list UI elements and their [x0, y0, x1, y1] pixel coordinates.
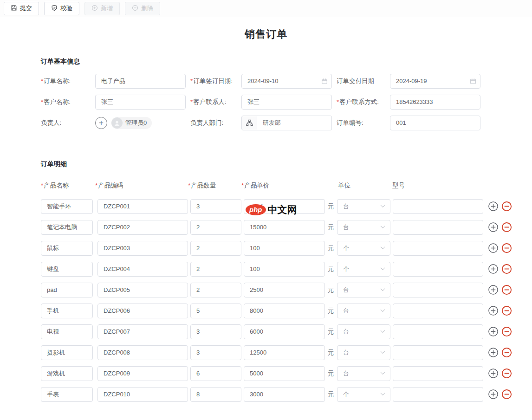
product-qty-input[interactable] — [190, 199, 241, 214]
unit-select[interactable]: 台 — [337, 324, 390, 339]
org-tree-icon[interactable] — [241, 116, 257, 130]
model-input[interactable] — [393, 324, 483, 339]
model-input[interactable] — [393, 241, 483, 256]
delivery-date-picker[interactable] — [390, 74, 480, 89]
submit-button[interactable]: 提交 — [4, 2, 39, 15]
product-name-input[interactable] — [41, 324, 93, 339]
model-input[interactable] — [393, 199, 483, 214]
product-name-input[interactable] — [41, 387, 93, 402]
product-price-input[interactable] — [244, 324, 325, 339]
product-code-input[interactable] — [97, 366, 188, 381]
product-name-input[interactable] — [41, 241, 93, 256]
remove-row-button[interactable] — [501, 264, 512, 275]
delivery-date-input[interactable] — [390, 74, 480, 89]
remove-row-button[interactable] — [501, 347, 512, 358]
add-row-button[interactable] — [487, 222, 499, 233]
add-row-button[interactable] — [487, 326, 499, 337]
remove-row-button[interactable] — [501, 243, 512, 254]
unit-select[interactable]: 台 — [337, 345, 390, 360]
product-code-input[interactable] — [97, 283, 188, 297]
product-qty-input[interactable] — [190, 366, 241, 381]
order-no-input[interactable] — [390, 116, 480, 130]
product-price-input[interactable] — [244, 345, 325, 360]
add-row-button[interactable] — [487, 368, 499, 379]
unit-select[interactable]: 台 — [337, 304, 390, 318]
model-input[interactable] — [393, 387, 483, 402]
remove-row-button[interactable] — [501, 305, 512, 317]
remove-row-button[interactable] — [501, 368, 512, 379]
product-price-input[interactable] — [244, 283, 325, 297]
product-qty-input[interactable] — [190, 345, 241, 360]
add-row-button[interactable] — [487, 389, 499, 400]
product-price-input[interactable] — [244, 220, 325, 235]
remove-row-button[interactable] — [501, 389, 512, 400]
product-name-input[interactable] — [41, 262, 93, 277]
model-input[interactable] — [393, 262, 483, 277]
model-input[interactable] — [393, 220, 483, 235]
unit-select[interactable]: 台 — [337, 220, 390, 235]
product-name-input[interactable] — [41, 199, 93, 214]
product-price-input[interactable] — [244, 241, 325, 256]
sign-date-picker[interactable] — [241, 74, 332, 89]
model-input[interactable] — [393, 345, 483, 360]
product-qty-input[interactable] — [190, 387, 241, 402]
product-name-input[interactable] — [41, 283, 93, 297]
product-qty-input[interactable] — [190, 262, 241, 277]
unit-select[interactable]: 台 — [337, 366, 390, 381]
add-owner-button[interactable]: + — [95, 117, 107, 129]
col-model: 型号 — [392, 181, 483, 190]
product-name-input[interactable] — [41, 345, 93, 360]
owner-user-tag[interactable]: 管理员0 — [111, 117, 152, 129]
remove-row-button[interactable] — [501, 222, 512, 233]
add-button[interactable]: 新增 — [84, 2, 120, 15]
product-code-input[interactable] — [97, 387, 188, 402]
add-row-button[interactable] — [487, 347, 499, 358]
remove-row-button[interactable] — [501, 326, 512, 337]
customer-name-input[interactable] — [95, 95, 186, 110]
product-name-input[interactable] — [41, 220, 93, 235]
unit-select[interactable]: 个 — [337, 262, 390, 277]
add-row-button[interactable] — [487, 284, 499, 296]
product-code-input[interactable] — [97, 262, 188, 277]
product-qty-input[interactable] — [190, 220, 241, 235]
product-code-input[interactable] — [97, 304, 188, 318]
add-row-button[interactable] — [487, 264, 499, 275]
validate-button[interactable]: 校验 — [44, 2, 79, 15]
unit-select[interactable]: 台 — [337, 283, 390, 297]
product-qty-input[interactable] — [190, 283, 241, 297]
product-code-input[interactable] — [97, 241, 188, 256]
owner-dept-input[interactable] — [257, 116, 332, 130]
col-product-name: *产品名称 — [41, 181, 95, 190]
unit-select[interactable]: 台 — [337, 199, 390, 214]
model-input[interactable] — [393, 304, 483, 318]
product-price-input[interactable] — [244, 199, 325, 214]
product-price-input[interactable] — [244, 366, 325, 381]
product-qty-input[interactable] — [190, 241, 241, 256]
product-qty-input[interactable] — [190, 304, 241, 318]
customer-contact-input[interactable] — [241, 95, 332, 110]
delete-button[interactable]: 删除 — [125, 2, 160, 15]
product-price-input[interactable] — [244, 387, 325, 402]
model-input[interactable] — [393, 366, 483, 381]
remove-row-button[interactable] — [501, 201, 512, 212]
add-row-button[interactable] — [487, 305, 499, 317]
unit-select[interactable]: 个 — [337, 241, 390, 256]
product-code-input[interactable] — [97, 345, 188, 360]
remove-row-button[interactable] — [501, 284, 512, 296]
add-row-button[interactable] — [487, 201, 499, 212]
order-name-input[interactable] — [95, 74, 186, 89]
product-code-input[interactable] — [97, 199, 188, 214]
product-price-input[interactable] — [244, 262, 325, 277]
product-price-input[interactable] — [244, 304, 325, 318]
product-code-input[interactable] — [97, 220, 188, 235]
table-row: 元 个 — [41, 238, 532, 258]
product-name-input[interactable] — [41, 304, 93, 318]
product-code-input[interactable] — [97, 324, 188, 339]
unit-select[interactable]: 个 — [337, 387, 390, 402]
customer-phone-input[interactable] — [390, 95, 480, 110]
add-row-button[interactable] — [487, 243, 499, 254]
product-name-input[interactable] — [41, 366, 93, 381]
product-qty-input[interactable] — [190, 324, 241, 339]
sign-date-input[interactable] — [241, 74, 332, 89]
model-input[interactable] — [393, 283, 483, 297]
